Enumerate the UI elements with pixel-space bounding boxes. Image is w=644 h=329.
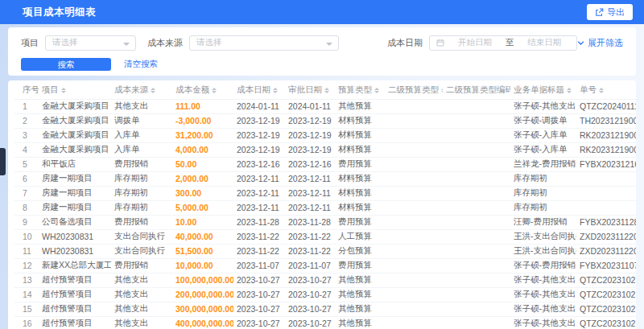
column-header-budget_type2[interactable]: 二级预算类型 bbox=[385, 82, 443, 99]
column-header-label: 序号 bbox=[23, 84, 39, 94]
sort-icon[interactable] bbox=[567, 88, 572, 93]
project-filter-label: 项目 bbox=[21, 37, 39, 49]
cell-source: 库存期初 bbox=[111, 171, 172, 186]
cell-approve_date: 2023-10-27 bbox=[285, 302, 335, 316]
cell-doc_title: 汪卿-费用报销 bbox=[510, 215, 576, 229]
table-row: 14超付预警项目其他支出200,000,000.002023-10-272023… bbox=[14, 287, 636, 302]
expand-filters-link[interactable]: 展开筛选 bbox=[577, 37, 623, 49]
cell-budget_type: 分包预算 bbox=[335, 244, 385, 258]
column-header-seq: 序号 bbox=[14, 82, 39, 99]
export-button[interactable]: 导出 bbox=[587, 4, 633, 20]
column-header-source[interactable]: 成本来源 bbox=[111, 82, 172, 99]
cell-doc_title: 张子硕-其他支出 bbox=[510, 287, 576, 302]
cell-amount: 10.00 bbox=[172, 215, 233, 229]
page-header: 项目成本明细表 导出 bbox=[0, 0, 644, 24]
sort-icon[interactable] bbox=[599, 88, 604, 93]
cell-seq: 10 bbox=[14, 229, 39, 244]
cell-project: 金融大厦采购项目 bbox=[39, 99, 111, 113]
table-row: 4金融大厦采购项目入库单4,000.002023-12-192023-12-19… bbox=[14, 142, 636, 157]
cell-project: 房建一期项目 bbox=[39, 171, 111, 186]
cell-doc_title: 张子硕-其他支出 bbox=[510, 99, 576, 113]
column-header-doc_title[interactable]: 业务单据标题 bbox=[510, 82, 576, 99]
cell-amount: 31,200.00 bbox=[172, 128, 233, 142]
cell-source: 入库单 bbox=[111, 128, 172, 142]
cell-seq: 2 bbox=[14, 113, 39, 128]
sort-icon[interactable] bbox=[61, 88, 66, 93]
cell-budget_type2 bbox=[385, 302, 443, 316]
cell-amount: 400,000,000.00 bbox=[172, 316, 233, 329]
cell-budget_type: 材料预算 bbox=[335, 186, 385, 200]
clear-search-link[interactable]: 清空搜索 bbox=[124, 59, 158, 70]
cell-cost_date: 2023-11-07 bbox=[233, 258, 285, 273]
cell-amount: 300.00 bbox=[172, 186, 233, 200]
cell-cost_date: 2023-12-19 bbox=[233, 128, 285, 142]
column-header-order_no[interactable]: 单号 bbox=[576, 82, 636, 99]
cell-budget_type2_code bbox=[443, 128, 510, 142]
sort-icon[interactable] bbox=[324, 88, 329, 93]
cell-budget_type2 bbox=[385, 186, 443, 200]
cell-source: 其他支出 bbox=[111, 99, 172, 113]
expand-filters-label: 展开筛选 bbox=[588, 37, 623, 49]
date-end-input[interactable]: 结束日期 bbox=[518, 37, 570, 48]
cost-date-range-picker[interactable]: 开始日期 至 结束日期 bbox=[429, 35, 577, 51]
cell-budget_type2 bbox=[385, 287, 443, 302]
project-select[interactable]: 请选择 bbox=[45, 35, 136, 51]
column-header-budget_type[interactable]: 预算类型 bbox=[335, 82, 385, 99]
cell-budget_type2 bbox=[385, 99, 443, 113]
cell-budget_type: 其他预算 bbox=[335, 273, 385, 287]
cell-order_no: FYBX20231216001 bbox=[576, 157, 636, 171]
sort-icon[interactable] bbox=[441, 88, 443, 93]
source-select[interactable]: 请选择 bbox=[189, 35, 339, 51]
cell-project: 超付预警项目 bbox=[39, 302, 111, 316]
date-filter-label: 成本日期 bbox=[387, 37, 423, 49]
cell-order_no: ZXD20231122002 bbox=[576, 229, 636, 244]
column-header-label: 项目 bbox=[42, 84, 59, 94]
cell-order_no bbox=[576, 171, 636, 186]
column-header-approve_date[interactable]: 审批日期 bbox=[285, 82, 335, 99]
sort-icon[interactable] bbox=[212, 88, 217, 93]
cell-order_no: FYBX20231107001 bbox=[576, 258, 636, 273]
search-button[interactable]: 搜索 bbox=[21, 58, 111, 71]
cell-budget_type2_code bbox=[443, 316, 510, 329]
cell-amount: 200,000,000.00 bbox=[172, 287, 233, 302]
cell-source: 费用报销 bbox=[111, 215, 172, 229]
column-header-cost_date[interactable]: 成本日期 bbox=[233, 82, 285, 99]
cell-approve_date: 2023-12-16 bbox=[285, 157, 335, 171]
cell-cost_date: 2023-11-28 bbox=[233, 215, 285, 229]
cell-budget_type2 bbox=[385, 157, 443, 171]
cell-order_no: RK20231219003 bbox=[576, 128, 636, 142]
column-header-budget_type2_code[interactable]: 二级预算类型编码 bbox=[443, 82, 510, 99]
drawer-handle[interactable] bbox=[0, 148, 6, 175]
cell-doc_title: 张子硕-入库单 bbox=[510, 142, 576, 157]
cell-source: 调拨单 bbox=[111, 113, 172, 128]
cell-budget_type2_code bbox=[443, 215, 510, 229]
cell-order_no: QTZC20231027002 bbox=[576, 302, 636, 316]
filter-panel: 项目 请选择 成本来源 请选择 成本日期 开始日期 至 bbox=[8, 27, 636, 76]
column-header-amount[interactable]: 成本金额 bbox=[172, 82, 233, 99]
cell-amount: 111.00 bbox=[172, 99, 233, 113]
cell-cost_date: 2024-01-11 bbox=[233, 99, 285, 113]
cell-amount: -3,000.00 bbox=[172, 113, 233, 128]
date-start-input[interactable]: 开始日期 bbox=[449, 37, 501, 48]
cell-amount: 4,000.00 bbox=[172, 142, 233, 157]
column-header-project[interactable]: 项目 bbox=[39, 82, 111, 99]
table-row: 12新建XX总部大厦工程二期费用报销10,000.002023-11-07202… bbox=[14, 258, 636, 273]
cell-project: 和平饭店 bbox=[39, 157, 111, 171]
cell-budget_type2_code bbox=[443, 171, 510, 186]
cell-budget_type2_code bbox=[443, 200, 510, 215]
column-header-label: 二级预算类型 bbox=[388, 84, 439, 94]
cell-seq: 15 bbox=[14, 302, 39, 316]
cell-budget_type2_code bbox=[443, 302, 510, 316]
cell-cost_date: 2023-12-19 bbox=[233, 113, 285, 128]
sort-icon[interactable] bbox=[374, 88, 379, 93]
cell-doc_title: 张子硕-费用报销 bbox=[510, 258, 576, 273]
cell-doc_title: 库存期初 bbox=[510, 171, 576, 186]
cell-budget_type: 费用预算 bbox=[335, 215, 385, 229]
sort-icon[interactable] bbox=[273, 88, 278, 93]
cell-project: 房建一期项目 bbox=[39, 200, 111, 215]
sort-icon[interactable] bbox=[151, 88, 155, 93]
cell-budget_type: 费用预算 bbox=[335, 258, 385, 273]
cell-project: 金融大厦采购项目 bbox=[39, 128, 111, 142]
cell-budget_type2 bbox=[385, 142, 443, 157]
cost-detail-table: 序号项目成本来源成本金额成本日期审批日期预算类型二级预算类型二级预算类型编码业务… bbox=[14, 82, 636, 329]
